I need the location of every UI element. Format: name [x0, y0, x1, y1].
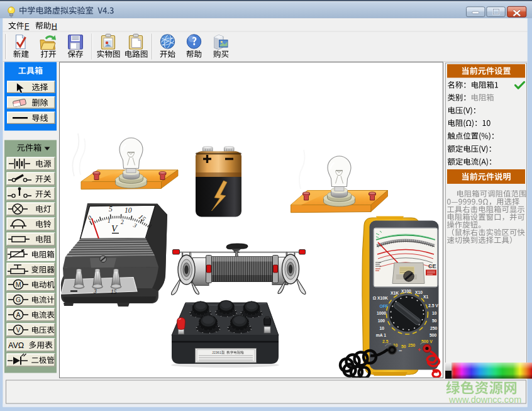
svg-text:+: +: [418, 347, 421, 353]
svg-text:50: 50: [432, 318, 437, 323]
svg-text:100: 100: [378, 318, 385, 323]
svg-text:X100: X100: [401, 289, 411, 293]
svg-text:10: 10: [432, 311, 437, 315]
svg-text:5: 5: [109, 205, 113, 213]
svg-text:H: H: [52, 22, 57, 31]
svg-text:500: 500: [429, 333, 437, 337]
svg-text:A: A: [16, 311, 20, 318]
svg-text:2.5 V: 2.5 V: [428, 303, 438, 308]
svg-text:15: 15: [111, 289, 117, 295]
svg-text:X10: X10: [415, 290, 423, 295]
svg-text:www.downcc.com: www.downcc.com: [448, 395, 521, 405]
svg-text:CE: CE: [428, 263, 436, 269]
svg-text:X1: X1: [423, 295, 429, 299]
svg-text:mA 1: mA 1: [376, 333, 387, 337]
svg-text:M: M: [16, 281, 21, 288]
svg-text:J2361: J2361: [212, 351, 221, 354]
svg-text:G: G: [16, 296, 21, 303]
svg-text:3: 3: [93, 288, 97, 295]
svg-text:10: 10: [125, 206, 132, 214]
svg-text:F: F: [25, 22, 29, 31]
svg-text:V: V: [16, 326, 20, 334]
svg-text:2: 2: [121, 219, 124, 225]
svg-text:2.5: 2.5: [382, 339, 389, 344]
svg-text:1: 1: [108, 218, 111, 224]
svg-text:10: 10: [379, 326, 384, 330]
svg-text:250: 250: [408, 343, 416, 347]
svg-text:500 V: 500 V: [421, 339, 433, 344]
svg-text:AVΩ: AVΩ: [8, 341, 24, 350]
svg-text:OFF: OFF: [379, 304, 388, 308]
svg-text:Ω X10K: Ω X10K: [373, 296, 388, 300]
svg-text:1000: 1000: [377, 311, 386, 315]
svg-text:250: 250: [430, 326, 438, 330]
svg-text:−: −: [399, 347, 402, 354]
svg-text:X1K: X1K: [391, 291, 399, 295]
